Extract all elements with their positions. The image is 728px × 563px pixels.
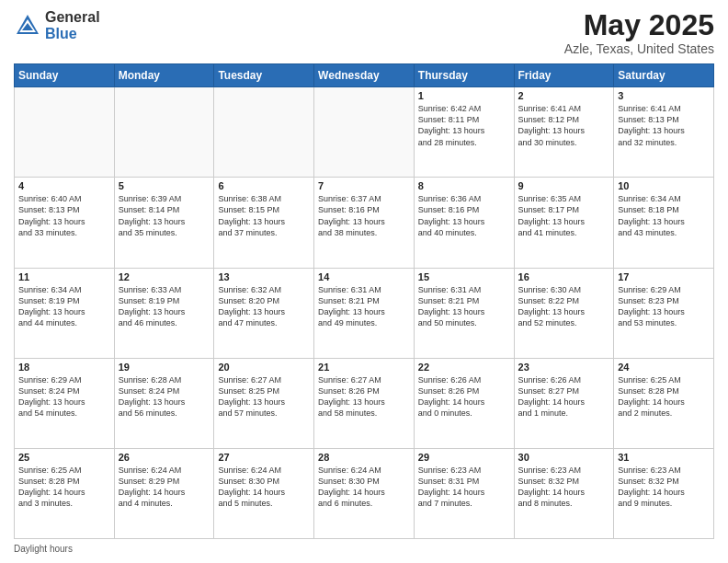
calendar-cell-w2d5: 16Sunrise: 6:30 AM Sunset: 8:22 PM Dayli… — [514, 268, 614, 358]
day-number: 30 — [518, 452, 610, 463]
calendar-cell-w0d2 — [214, 87, 314, 178]
day-number: 1 — [418, 90, 510, 101]
day-info: Sunrise: 6:25 AM Sunset: 8:28 PM Dayligh… — [618, 374, 710, 419]
day-info: Sunrise: 6:31 AM Sunset: 8:21 PM Dayligh… — [318, 284, 410, 329]
calendar-week-row-3: 18Sunrise: 6:29 AM Sunset: 8:24 PM Dayli… — [15, 358, 714, 448]
day-number: 10 — [618, 180, 710, 191]
logo-icon — [14, 12, 41, 40]
day-info: Sunrise: 6:24 AM Sunset: 8:30 PM Dayligh… — [218, 465, 310, 510]
calendar-cell-w4d5: 30Sunrise: 6:23 AM Sunset: 8:32 PM Dayli… — [514, 448, 614, 538]
day-number: 20 — [218, 362, 310, 373]
calendar-cell-w0d1 — [114, 87, 214, 178]
day-number: 13 — [218, 271, 310, 282]
calendar-cell-w3d5: 23Sunrise: 6:26 AM Sunset: 8:27 PM Dayli… — [514, 358, 614, 448]
col-thursday: Thursday — [414, 64, 514, 87]
day-info: Sunrise: 6:24 AM Sunset: 8:30 PM Dayligh… — [318, 465, 410, 510]
day-number: 31 — [618, 452, 710, 463]
col-saturday: Saturday — [614, 64, 714, 87]
day-number: 4 — [18, 180, 110, 191]
day-info: Sunrise: 6:42 AM Sunset: 8:11 PM Dayligh… — [418, 103, 510, 148]
day-info: Sunrise: 6:39 AM Sunset: 8:14 PM Dayligh… — [119, 193, 210, 238]
calendar-cell-w1d4: 8Sunrise: 6:36 AM Sunset: 8:16 PM Daylig… — [414, 178, 514, 268]
day-number: 25 — [18, 452, 110, 463]
day-info: Sunrise: 6:38 AM Sunset: 8:15 PM Dayligh… — [218, 193, 310, 238]
calendar-location: Azle, Texas, United States — [564, 41, 714, 56]
day-number: 28 — [318, 452, 410, 463]
header: General Blue May 2025 Azle, Texas, Unite… — [14, 9, 714, 56]
day-info: Sunrise: 6:29 AM Sunset: 8:23 PM Dayligh… — [618, 284, 710, 329]
day-info: Sunrise: 6:36 AM Sunset: 8:16 PM Dayligh… — [418, 193, 510, 238]
day-number: 18 — [18, 362, 110, 373]
day-number: 27 — [218, 452, 310, 463]
col-friday: Friday — [514, 64, 614, 87]
day-info: Sunrise: 6:30 AM Sunset: 8:22 PM Dayligh… — [518, 284, 610, 329]
day-number: 22 — [418, 362, 510, 373]
day-info: Sunrise: 6:32 AM Sunset: 8:20 PM Dayligh… — [218, 284, 310, 329]
day-number: 2 — [518, 90, 610, 101]
day-number: 9 — [518, 180, 610, 191]
col-monday: Monday — [114, 64, 214, 87]
logo-blue-text: Blue — [45, 26, 100, 42]
day-info: Sunrise: 6:34 AM Sunset: 8:18 PM Dayligh… — [618, 193, 710, 238]
calendar-cell-w3d2: 20Sunrise: 6:27 AM Sunset: 8:25 PM Dayli… — [214, 358, 314, 448]
calendar-cell-w1d6: 10Sunrise: 6:34 AM Sunset: 8:18 PM Dayli… — [614, 178, 714, 268]
day-number: 6 — [218, 180, 310, 191]
calendar-cell-w2d1: 12Sunrise: 6:33 AM Sunset: 8:19 PM Dayli… — [114, 268, 214, 358]
day-info: Sunrise: 6:33 AM Sunset: 8:19 PM Dayligh… — [119, 284, 210, 329]
day-number: 14 — [318, 271, 410, 282]
calendar-cell-w2d6: 17Sunrise: 6:29 AM Sunset: 8:23 PM Dayli… — [614, 268, 714, 358]
day-number: 7 — [318, 180, 410, 191]
calendar-cell-w1d1: 5Sunrise: 6:39 AM Sunset: 8:14 PM Daylig… — [114, 178, 214, 268]
calendar-cell-w3d1: 19Sunrise: 6:28 AM Sunset: 8:24 PM Dayli… — [114, 358, 214, 448]
day-info: Sunrise: 6:27 AM Sunset: 8:26 PM Dayligh… — [318, 374, 410, 419]
title-block: May 2025 Azle, Texas, United States — [564, 9, 714, 56]
calendar-cell-w0d0 — [15, 87, 115, 178]
day-number: 16 — [518, 271, 610, 282]
calendar-title: May 2025 — [564, 9, 714, 41]
day-info: Sunrise: 6:35 AM Sunset: 8:17 PM Dayligh… — [518, 193, 610, 238]
calendar-cell-w4d3: 28Sunrise: 6:24 AM Sunset: 8:30 PM Dayli… — [314, 448, 415, 538]
day-info: Sunrise: 6:28 AM Sunset: 8:24 PM Dayligh… — [119, 374, 210, 419]
col-sunday: Sunday — [15, 64, 115, 87]
calendar-cell-w4d4: 29Sunrise: 6:23 AM Sunset: 8:31 PM Dayli… — [414, 448, 514, 538]
calendar-week-row-2: 11Sunrise: 6:34 AM Sunset: 8:19 PM Dayli… — [15, 268, 714, 358]
day-info: Sunrise: 6:40 AM Sunset: 8:13 PM Dayligh… — [18, 193, 110, 238]
calendar-week-row-0: 1Sunrise: 6:42 AM Sunset: 8:11 PM Daylig… — [15, 87, 714, 178]
daylight-hours-label: Daylight hours — [14, 544, 73, 554]
calendar-cell-w4d6: 31Sunrise: 6:23 AM Sunset: 8:32 PM Dayli… — [614, 448, 714, 538]
day-number: 5 — [119, 180, 210, 191]
calendar-cell-w2d2: 13Sunrise: 6:32 AM Sunset: 8:20 PM Dayli… — [214, 268, 314, 358]
calendar-cell-w1d2: 6Sunrise: 6:38 AM Sunset: 8:15 PM Daylig… — [214, 178, 314, 268]
day-number: 21 — [318, 362, 410, 373]
day-number: 12 — [119, 271, 210, 282]
calendar-cell-w2d3: 14Sunrise: 6:31 AM Sunset: 8:21 PM Dayli… — [314, 268, 415, 358]
calendar-cell-w4d1: 26Sunrise: 6:24 AM Sunset: 8:29 PM Dayli… — [114, 448, 214, 538]
calendar-cell-w3d6: 24Sunrise: 6:25 AM Sunset: 8:28 PM Dayli… — [614, 358, 714, 448]
day-info: Sunrise: 6:41 AM Sunset: 8:12 PM Dayligh… — [518, 103, 610, 148]
calendar-cell-w1d5: 9Sunrise: 6:35 AM Sunset: 8:17 PM Daylig… — [514, 178, 614, 268]
day-info: Sunrise: 6:34 AM Sunset: 8:19 PM Dayligh… — [18, 284, 110, 329]
calendar-cell-w1d0: 4Sunrise: 6:40 AM Sunset: 8:13 PM Daylig… — [15, 178, 115, 268]
page: General Blue May 2025 Azle, Texas, Unite… — [0, 0, 728, 563]
calendar-cell-w0d6: 3Sunrise: 6:41 AM Sunset: 8:13 PM Daylig… — [614, 87, 714, 178]
day-number: 3 — [618, 90, 710, 101]
calendar-cell-w4d2: 27Sunrise: 6:24 AM Sunset: 8:30 PM Dayli… — [214, 448, 314, 538]
day-info: Sunrise: 6:27 AM Sunset: 8:25 PM Dayligh… — [218, 374, 310, 419]
calendar-cell-w2d4: 15Sunrise: 6:31 AM Sunset: 8:21 PM Dayli… — [414, 268, 514, 358]
col-wednesday: Wednesday — [314, 64, 415, 87]
day-number: 29 — [418, 452, 510, 463]
day-number: 17 — [618, 271, 710, 282]
day-number: 8 — [418, 180, 510, 191]
calendar-cell-w0d5: 2Sunrise: 6:41 AM Sunset: 8:12 PM Daylig… — [514, 87, 614, 178]
logo-general-text: General — [45, 9, 100, 26]
day-info: Sunrise: 6:37 AM Sunset: 8:16 PM Dayligh… — [318, 193, 410, 238]
calendar-header-row: Sunday Monday Tuesday Wednesday Thursday… — [15, 64, 714, 87]
day-info: Sunrise: 6:23 AM Sunset: 8:31 PM Dayligh… — [418, 465, 510, 510]
day-number: 24 — [618, 362, 710, 373]
day-number: 15 — [418, 271, 510, 282]
day-info: Sunrise: 6:29 AM Sunset: 8:24 PM Dayligh… — [18, 374, 110, 419]
calendar-week-row-4: 25Sunrise: 6:25 AM Sunset: 8:28 PM Dayli… — [15, 448, 714, 538]
day-info: Sunrise: 6:26 AM Sunset: 8:27 PM Dayligh… — [518, 374, 610, 419]
day-number: 23 — [518, 362, 610, 373]
day-number: 26 — [119, 452, 210, 463]
